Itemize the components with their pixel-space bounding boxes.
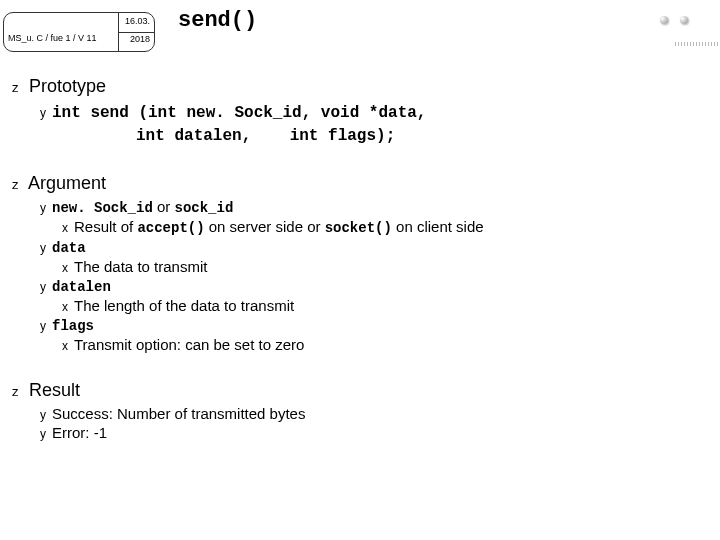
arg-name: data xyxy=(52,240,86,256)
arg-item: ynew. Sock_id or sock_id xyxy=(40,198,700,216)
bullet-y-icon: y xyxy=(40,102,52,124)
code-inline: accept() xyxy=(137,220,204,236)
divider-horizontal xyxy=(119,32,154,33)
section-argument-heading: z Argument xyxy=(12,173,700,194)
arg-name: flags xyxy=(52,318,94,334)
date-line2: 2018 xyxy=(130,34,150,44)
date-line1: 16.03. xyxy=(125,16,150,26)
arg-item: ydatalen xyxy=(40,277,700,295)
desc-text: on server side or xyxy=(205,218,325,235)
dot-icon xyxy=(680,16,688,24)
section-prototype-heading: z Prototype xyxy=(12,76,700,97)
desc-text: Result of xyxy=(74,218,137,235)
desc-text: on client side xyxy=(392,218,484,235)
section-result-heading: z Result xyxy=(12,380,700,401)
desc-text: The data to transmit xyxy=(74,258,207,275)
arg-desc: xThe data to transmit xyxy=(62,258,700,275)
code-line: int datalen, int flags); xyxy=(40,127,395,145)
arg-desc: xThe length of the data to transmit xyxy=(62,297,700,314)
arg-desc: xTransmit option: can be set to zero xyxy=(62,336,700,353)
page-title: send() xyxy=(178,8,257,33)
result-text: Error: -1 xyxy=(52,424,107,441)
result-item: ySuccess: Number of transmitted bytes xyxy=(40,405,700,422)
corner-decoration xyxy=(660,16,688,24)
header-meta-box: MS_u. C / fue 1 / V 11 16.03. 2018 xyxy=(3,12,155,52)
heading-text: Argument xyxy=(28,173,106,193)
content-area: z Prototype yint send (int new. Sock_id,… xyxy=(12,68,700,443)
dot-icon xyxy=(660,16,668,24)
desc-text: The length of the data to transmit xyxy=(74,297,294,314)
code-inline: socket() xyxy=(325,220,392,236)
bullet-y-icon: y xyxy=(40,201,52,215)
arg-item: ydata xyxy=(40,238,700,256)
bullet-x-icon: x xyxy=(62,339,74,353)
bullet-y-icon: y xyxy=(40,408,52,422)
result-item: yError: -1 xyxy=(40,424,700,441)
arg-name: datalen xyxy=(52,279,111,295)
bullet-x-icon: x xyxy=(62,300,74,314)
heading-text: Result xyxy=(29,380,80,400)
result-text: Success: Number of transmitted bytes xyxy=(52,405,305,422)
bullet-x-icon: x xyxy=(62,221,74,235)
bullet-z-icon: z xyxy=(12,80,24,95)
course-id: MS_u. C / fue 1 / V 11 xyxy=(8,33,97,43)
arg-joiner: or xyxy=(153,198,175,215)
arg-desc: xResult of accept() on server side or so… xyxy=(62,218,700,236)
arg-name: new. Sock_id xyxy=(52,200,153,216)
bullet-y-icon: y xyxy=(40,280,52,294)
code-line: int send (int new. Sock_id, void *data, xyxy=(52,104,426,122)
bullet-y-icon: y xyxy=(40,319,52,333)
corner-line xyxy=(675,42,720,46)
prototype-code: yint send (int new. Sock_id, void *data,… xyxy=(40,101,700,147)
arg-item: yflags xyxy=(40,316,700,334)
bullet-y-icon: y xyxy=(40,427,52,441)
heading-text: Prototype xyxy=(29,76,106,96)
bullet-z-icon: z xyxy=(12,177,24,192)
bullet-x-icon: x xyxy=(62,261,74,275)
arg-name-alt: sock_id xyxy=(175,200,234,216)
desc-text: Transmit option: can be set to zero xyxy=(74,336,304,353)
bullet-z-icon: z xyxy=(12,384,24,399)
bullet-y-icon: y xyxy=(40,241,52,255)
